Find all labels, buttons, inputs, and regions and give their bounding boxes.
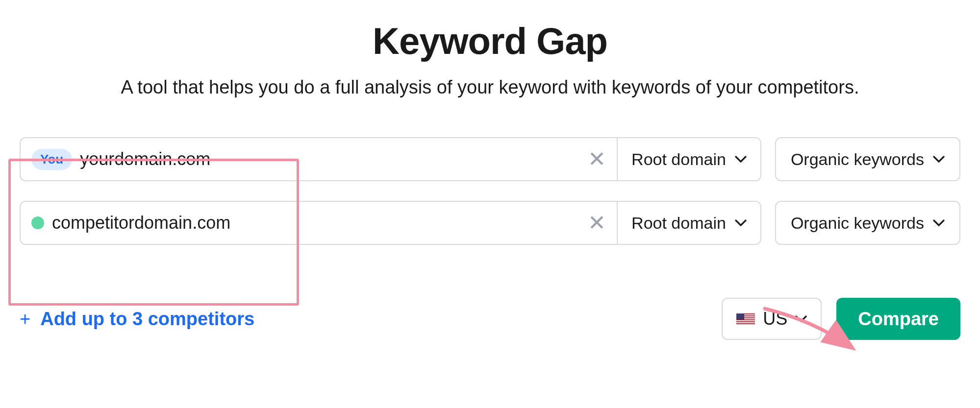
your-domain-input[interactable] — [80, 149, 566, 169]
page-subtitle: A tool that helps you do a full analysis… — [20, 77, 960, 98]
domain-input-group-competitor: ✕ Root domain — [20, 201, 761, 245]
chevron-down-icon — [735, 219, 747, 226]
competitor-domain-input[interactable] — [52, 213, 566, 233]
svg-rect-6 — [736, 313, 744, 319]
country-label: US — [763, 309, 787, 329]
scope-label: Root domain — [631, 214, 726, 233]
right-controls: US Compare — [722, 298, 960, 340]
chevron-down-icon — [933, 156, 945, 163]
chevron-down-icon — [735, 156, 747, 163]
domain-input-wrap: You — [21, 138, 577, 180]
your-domain-scope-select[interactable]: Root domain — [617, 138, 760, 180]
bottom-row: + Add up to 3 competitors US — [20, 298, 960, 340]
close-icon: ✕ — [588, 147, 606, 171]
keyword-type-label: Organic keywords — [791, 150, 924, 169]
country-select[interactable]: US — [722, 298, 822, 340]
keyword-type-label: Organic keywords — [791, 214, 924, 233]
add-competitors-label: Add up to 3 competitors — [40, 309, 254, 330]
competitor-dot-icon — [31, 216, 44, 229]
compare-button[interactable]: Compare — [836, 298, 960, 340]
your-keyword-type-select[interactable]: Organic keywords — [775, 137, 960, 181]
competitor-domain-scope-select[interactable]: Root domain — [617, 202, 760, 244]
page-title: Keyword Gap — [20, 20, 960, 62]
add-competitors-button[interactable]: + Add up to 3 competitors — [20, 309, 254, 330]
competitor-keyword-type-select[interactable]: Organic keywords — [775, 201, 960, 245]
flag-us-icon — [736, 313, 755, 324]
clear-competitor-domain-button[interactable]: ✕ — [577, 202, 617, 244]
chevron-down-icon — [933, 219, 945, 226]
form-area: You ✕ Root domain Organic keywords — [20, 137, 960, 245]
svg-rect-4 — [736, 320, 755, 321]
you-badge: You — [31, 149, 72, 170]
svg-rect-5 — [736, 322, 755, 323]
plus-icon: + — [20, 309, 30, 330]
domain-input-group-you: You ✕ Root domain — [20, 137, 761, 181]
close-icon: ✕ — [588, 211, 606, 235]
scope-label: Root domain — [631, 150, 726, 169]
domain-input-wrap — [21, 202, 577, 244]
chevron-down-icon — [795, 315, 807, 322]
domain-row-you: You ✕ Root domain Organic keywords — [20, 137, 960, 181]
domain-row-competitor: ✕ Root domain Organic keywords — [20, 201, 960, 245]
clear-your-domain-button[interactable]: ✕ — [577, 138, 617, 180]
